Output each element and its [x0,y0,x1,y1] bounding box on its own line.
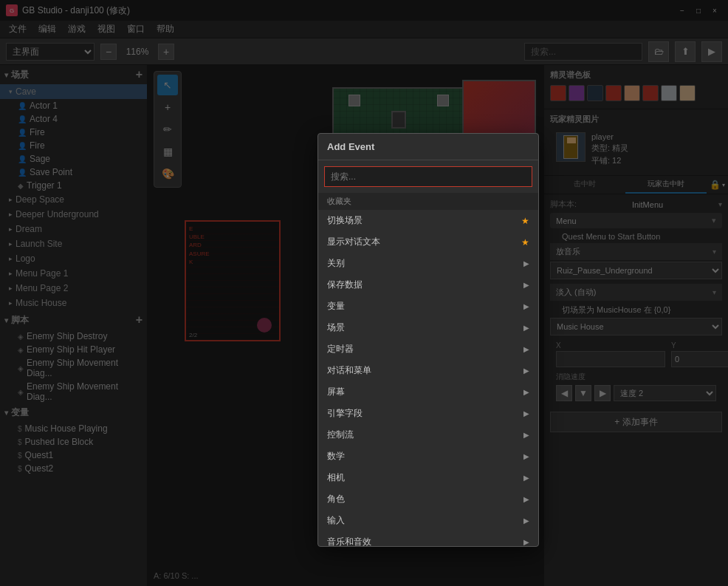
modal-item-math[interactable]: 数学 ▶ [318,446,538,467]
scene-label: 场景 [327,321,345,334]
dialog-label: 对话和菜单 [327,364,371,377]
modal-item-engine[interactable]: 引擎字段 ▶ [318,403,538,424]
modal-item-variable[interactable]: 变量 ▶ [318,296,538,317]
actor-label: 角色 [327,493,345,505]
modal-favorites-header[interactable]: 收藏夹 [318,193,538,210]
screen-label: 屏幕 [327,386,345,398]
modal-item-dialog[interactable]: 对话和菜单 ▶ [318,360,538,381]
modal-item-controlflow[interactable]: 控制流 ▶ [318,424,538,446]
star-icon-2[interactable]: ★ [521,237,529,248]
star-icon[interactable]: ★ [521,216,529,226]
modal-item-screen[interactable]: 屏幕 ▶ [318,381,538,403]
add-event-modal: Add Event 收藏夹 切换场景 ★ 显示对话文本 ★ 关别 ▶ [317,133,539,547]
modal-overlay[interactable]: Add Event 收藏夹 切换场景 ★ 显示对话文本 ★ 关别 ▶ [0,0,728,586]
modal-item-show-dialog[interactable]: 显示对话文本 ★ [318,231,538,253]
modal-search-area [318,160,538,193]
modal-item-close[interactable]: 关别 ▶ [318,253,538,274]
variable-label: 变量 [327,300,345,313]
arrow-icon: ▶ [523,388,529,396]
modal-item-music[interactable]: 音乐和音效 ▶ [318,531,538,546]
arrow-icon: ▶ [523,474,529,482]
arrow-icon: ▶ [523,281,529,289]
math-label: 数学 [327,450,345,463]
arrow-icon: ▶ [523,431,529,439]
arrow-icon: ▶ [523,409,529,418]
camera-label: 相机 [327,471,345,484]
music-label: 音乐和音效 [327,536,371,546]
input-label: 输入 [327,514,345,527]
arrow-icon: ▶ [523,259,529,268]
arrow-icon: ▶ [523,495,529,503]
timer-label: 定时器 [327,343,354,355]
arrow-icon: ▶ [523,538,529,546]
modal-item-input[interactable]: 输入 ▶ [318,510,538,531]
arrow-icon: ▶ [523,452,529,460]
modal-title: Add Event [318,134,538,160]
savedata-label: 保存数据 [327,279,363,291]
modal-search-input[interactable] [324,166,532,187]
arrow-icon: ▶ [523,517,529,525]
engine-label: 引擎字段 [327,407,363,420]
switch-scene-label: 切换场景 [327,214,363,227]
arrow-icon: ▶ [523,324,529,332]
modal-item-scene[interactable]: 场景 ▶ [318,317,538,338]
controlflow-label: 控制流 [327,429,354,441]
arrow-icon: ▶ [523,367,529,375]
modal-item-timer[interactable]: 定时器 ▶ [318,338,538,360]
modal-item-actor[interactable]: 角色 ▶ [318,488,538,510]
modal-item-savedata[interactable]: 保存数据 ▶ [318,274,538,296]
close-label: 关别 [327,257,345,270]
show-dialog-label: 显示对话文本 [327,236,380,248]
modal-content: 收藏夹 切换场景 ★ 显示对话文本 ★ 关别 ▶ 保存数据 ▶ [318,193,538,546]
arrow-icon: ▶ [523,345,529,353]
modal-item-switch-scene[interactable]: 切换场景 ★ [318,210,538,231]
modal-item-camera[interactable]: 相机 ▶ [318,467,538,488]
arrow-icon: ▶ [523,302,529,310]
